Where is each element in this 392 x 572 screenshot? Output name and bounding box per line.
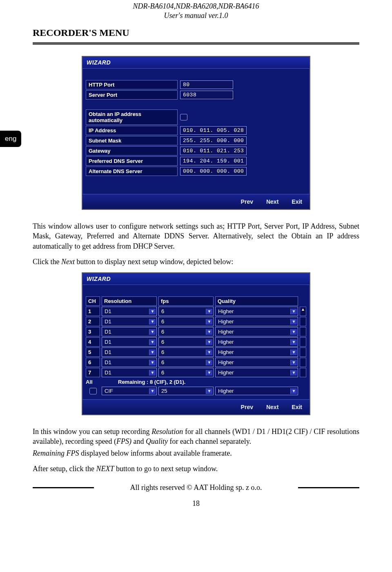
prev-button[interactable]: Prev: [241, 198, 253, 205]
scrollbar[interactable]: [300, 337, 306, 347]
chevron-down-icon: ▼: [206, 309, 212, 314]
wizard-network-window: WIZARD HTTP Port80Server Port6038 Obtain…: [82, 56, 310, 210]
fps-select[interactable]: 6▼: [158, 347, 214, 357]
text-input[interactable]: 000. 000. 000. 000: [180, 167, 247, 176]
resolution-select[interactable]: D1▼: [102, 307, 157, 316]
scrollbar[interactable]: [300, 358, 306, 367]
next-button[interactable]: Next: [266, 198, 278, 205]
form-label: Gateway: [86, 146, 178, 156]
table-row: 4D1▼6▼Higher▼: [86, 337, 306, 347]
chevron-down-icon: ▼: [149, 329, 156, 335]
next-button[interactable]: Next: [266, 404, 278, 410]
form-row: Obtain an IP address automatically: [86, 109, 306, 125]
col-fps: fps: [158, 296, 214, 306]
wizard-button-bar: Prev Next Exit: [82, 399, 310, 414]
text-input[interactable]: 010. 011. 021. 253: [180, 147, 247, 155]
all-fps-select[interactable]: 25▼: [158, 387, 214, 395]
quality-select[interactable]: Higher▼: [215, 337, 298, 347]
chevron-down-icon: ▼: [290, 309, 297, 314]
header-subtitle: User's manual ver.1.0: [0, 11, 392, 20]
chevron-down-icon: ▼: [290, 319, 297, 325]
quality-select[interactable]: Higher▼: [215, 327, 298, 336]
text-input[interactable]: 80: [180, 80, 233, 89]
chevron-down-icon: ▼: [206, 339, 212, 345]
chevron-down-icon: ▼: [149, 339, 156, 345]
all-quality-select[interactable]: Higher▼: [215, 387, 298, 395]
chevron-down-icon: ▼: [290, 370, 297, 376]
chevron-down-icon: ▼: [149, 349, 156, 355]
resolution-select[interactable]: D1▼: [102, 358, 157, 367]
text-input[interactable]: 194. 204. 159. 001: [180, 157, 247, 165]
quality-select[interactable]: Higher▼: [215, 368, 298, 377]
chevron-down-icon: ▼: [149, 319, 156, 325]
wizard-recording-window: WIZARD CH Resolution fps Quality 1D1▼6▼H…: [82, 272, 310, 415]
all-checkbox[interactable]: [89, 388, 97, 394]
fps-select[interactable]: 6▼: [158, 327, 214, 336]
page-header: NDR-BA6104,NDR-BA6208,NDR-BA6416 User's …: [0, 0, 392, 20]
chevron-down-icon: ▼: [206, 319, 212, 325]
form-label: IP Address: [86, 126, 178, 135]
chevron-down-icon: ▼: [290, 349, 297, 355]
scrollbar[interactable]: ▲: [300, 307, 306, 316]
form-row: Preferred DNS Server194. 204. 159. 001: [86, 156, 306, 166]
scrollbar[interactable]: [300, 368, 306, 377]
cell-ch: 1: [86, 307, 100, 316]
fps-select[interactable]: 6▼: [158, 358, 214, 367]
footer-bar: [33, 487, 94, 488]
scrollbar[interactable]: [300, 347, 306, 357]
resolution-select[interactable]: D1▼: [102, 337, 157, 347]
wizard-title: WIZARD: [82, 273, 310, 285]
form-row: IP Address010. 011. 005. 028: [86, 126, 306, 135]
chevron-down-icon: ▼: [206, 329, 212, 335]
cell-ch: 2: [86, 317, 100, 326]
text-input[interactable]: 6038: [180, 91, 233, 99]
cell-ch: 4: [86, 337, 100, 347]
resolution-select[interactable]: D1▼: [102, 317, 157, 326]
checkbox[interactable]: [180, 114, 187, 120]
all-resolution-select[interactable]: CIF▼: [102, 387, 157, 395]
quality-select[interactable]: Higher▼: [215, 307, 298, 316]
table-row: 6D1▼6▼Higher▼: [86, 358, 306, 367]
text-input[interactable]: 010. 011. 005. 028: [180, 126, 247, 135]
all-row: CIF▼ 25▼ Higher▼: [86, 387, 306, 395]
cell-ch: 6: [86, 358, 100, 367]
prev-button[interactable]: Prev: [241, 404, 253, 410]
quality-select[interactable]: Higher▼: [215, 358, 298, 367]
fps-select[interactable]: 6▼: [158, 307, 214, 316]
header-models: NDR-BA6104,NDR-BA6208,NDR-BA6416: [0, 2, 392, 11]
scrollbar[interactable]: [300, 327, 306, 336]
quality-select[interactable]: Higher▼: [215, 317, 298, 326]
quality-select[interactable]: Higher▼: [215, 347, 298, 357]
form-row: Subnet Mask255. 255. 000. 000: [86, 136, 306, 145]
page-footer: All rights reserved © AAT Holding sp. z …: [0, 483, 392, 508]
exit-button[interactable]: Exit: [292, 198, 302, 205]
col-quality: Quality: [215, 296, 298, 306]
chevron-down-icon: ▼: [290, 388, 297, 394]
form-row: HTTP Port80: [86, 80, 306, 89]
chevron-down-icon: ▼: [206, 388, 212, 394]
scrollbar[interactable]: [300, 317, 306, 326]
resolution-select[interactable]: D1▼: [102, 327, 157, 336]
chevron-down-icon: ▼: [290, 339, 297, 345]
chevron-down-icon: ▼: [290, 360, 297, 365]
resolution-select[interactable]: D1▼: [102, 368, 157, 377]
text-input[interactable]: 255. 255. 000. 000: [180, 136, 247, 145]
paragraph-text: In this window you can setup recording R…: [33, 427, 359, 447]
resolution-select[interactable]: D1▼: [102, 347, 157, 357]
fps-select[interactable]: 6▼: [158, 368, 214, 377]
cell-ch: 7: [86, 368, 100, 377]
exit-button[interactable]: Exit: [292, 404, 302, 410]
remaining-row: All Remaining : 8 (CIF), 2 (D1).: [86, 379, 306, 385]
form-label: Alternate DNS Server: [86, 167, 178, 176]
page-number: 18: [0, 499, 392, 508]
form-row: Gateway010. 011. 021. 253: [86, 146, 306, 156]
chevron-down-icon: ▼: [206, 370, 212, 376]
col-ch: CH: [86, 296, 100, 306]
fps-select[interactable]: 6▼: [158, 317, 214, 326]
form-label: Subnet Mask: [86, 136, 178, 145]
remaining-text: Remaining : 8 (CIF), 2 (D1).: [102, 379, 306, 385]
form-label: HTTP Port: [86, 80, 178, 89]
form-row: Server Port6038: [86, 90, 306, 100]
wizard-title: WIZARD: [82, 57, 310, 69]
fps-select[interactable]: 6▼: [158, 337, 214, 347]
